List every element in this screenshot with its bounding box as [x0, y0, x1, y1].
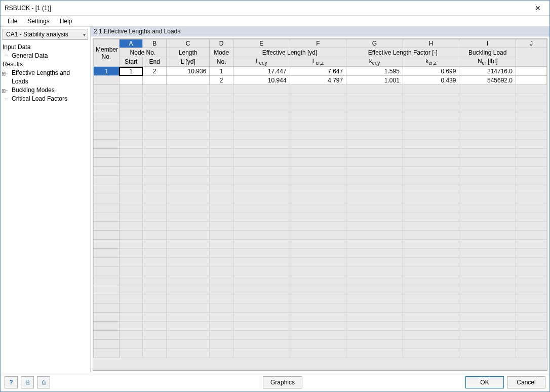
cell-empty — [290, 94, 346, 103]
col-lcry[interactable]: Lcr,y — [233, 57, 290, 67]
col-letter-J[interactable]: J — [516, 39, 547, 48]
cell-empty — [233, 294, 290, 303]
col-j-blank[interactable] — [516, 48, 547, 67]
col-length[interactable]: Length — [167, 48, 210, 57]
cell-empty — [210, 267, 233, 276]
cell-L[interactable] — [167, 76, 210, 85]
cell-blank[interactable] — [516, 76, 547, 85]
col-mode[interactable]: Mode — [210, 48, 233, 57]
cell-empty — [94, 285, 120, 294]
cell-kcrz[interactable]: 0.699 — [403, 67, 459, 76]
cell-empty — [119, 130, 143, 140]
col-letter-I[interactable]: I — [459, 39, 516, 48]
cell-ncr[interactable]: 545692.0 — [459, 76, 516, 85]
cell-kcrz[interactable]: 0.439 — [403, 76, 459, 85]
cell-empty — [516, 203, 547, 212]
export-button-1[interactable]: ⎘ — [21, 376, 34, 388]
row-header[interactable]: 1 — [94, 67, 120, 76]
col-buck-load[interactable]: Buckling Load — [459, 48, 516, 57]
col-lcrz[interactable]: Lcr,z — [290, 57, 346, 67]
cell-lcrz[interactable]: 4.797 — [290, 76, 346, 85]
col-letter-G[interactable]: G — [346, 39, 403, 48]
col-end[interactable]: End — [143, 57, 167, 67]
cell-end[interactable]: 2 — [143, 67, 167, 76]
cell-empty — [167, 185, 210, 194]
col-letter-C[interactable]: C — [167, 39, 210, 48]
cell-blank[interactable] — [516, 67, 547, 76]
results-grid-scroll[interactable]: Member No. A B C D E F G H I J — [93, 39, 547, 370]
export-icon: ⎘ — [26, 379, 29, 386]
cell-empty — [516, 112, 547, 121]
cell-empty — [210, 240, 233, 249]
menu-file[interactable]: File — [3, 17, 22, 26]
cell-empty — [516, 303, 547, 313]
graphics-button[interactable]: Graphics — [263, 376, 302, 388]
cell-empty — [94, 185, 120, 194]
table-row[interactable]: 1 1 2 10.936 1 17.447 7.647 1.595 0.699 … — [94, 67, 547, 76]
cell-empty — [403, 322, 459, 331]
cell-empty — [233, 167, 290, 176]
col-letter-B[interactable]: B — [143, 39, 167, 48]
col-eff-fac[interactable]: Effective Length Factor [-] — [346, 48, 459, 57]
cell-empty — [94, 212, 120, 222]
tree-critical-load-factors[interactable]: Critical Load Factors — [3, 95, 88, 103]
cell-empty — [403, 158, 459, 167]
tree-effective-lengths[interactable]: Effective Lengths and Loads — [3, 69, 88, 86]
col-letter-F[interactable]: F — [290, 39, 346, 48]
col-letter-E[interactable]: E — [233, 39, 290, 48]
cell-lcry[interactable]: 10.944 — [233, 76, 290, 85]
cell-empty — [346, 222, 403, 231]
tree-input-data[interactable]: Input Data — [3, 43, 88, 52]
col-letter-A[interactable]: A — [119, 39, 143, 48]
cell-empty — [346, 340, 403, 349]
col-member-no[interactable]: Member No. — [94, 39, 120, 67]
table-row-empty — [94, 331, 547, 340]
case-combo[interactable]: CA1 - Stability analysis ▾ — [3, 29, 88, 40]
cell-empty — [143, 176, 167, 185]
col-start[interactable]: Start — [119, 57, 143, 67]
cell-empty — [167, 222, 210, 231]
cell-mode[interactable]: 1 — [210, 67, 233, 76]
col-mode-no[interactable]: No. — [210, 57, 233, 67]
col-letter-D[interactable]: D — [210, 39, 233, 48]
cell-L[interactable]: 10.936 — [167, 67, 210, 76]
cell-ncr[interactable]: 214716.0 — [459, 67, 516, 76]
cell-empty — [143, 258, 167, 267]
cell-kcry[interactable]: 1.595 — [346, 67, 403, 76]
cell-start[interactable]: 1 — [119, 67, 143, 76]
menu-help[interactable]: Help — [55, 17, 77, 26]
cell-mode[interactable]: 2 — [210, 76, 233, 85]
cell-empty — [210, 331, 233, 340]
cell-lcrz[interactable]: 7.647 — [290, 67, 346, 76]
cell-empty — [233, 212, 290, 222]
cell-empty — [346, 121, 403, 130]
col-ncr[interactable]: Ncr [lbf] — [459, 57, 516, 67]
cell-start[interactable] — [119, 76, 143, 85]
ok-button[interactable]: OK — [465, 376, 504, 388]
cancel-button[interactable]: Cancel — [507, 376, 545, 388]
tree-buckling-modes[interactable]: Buckling Modes — [3, 86, 88, 95]
table-row[interactable]: 2 10.944 4.797 1.001 0.439 545692.0 — [94, 76, 547, 85]
col-kcrz[interactable]: kcr,z — [403, 57, 459, 67]
menu-settings[interactable]: Settings — [22, 17, 54, 26]
cell-end[interactable] — [143, 76, 167, 85]
cell-empty — [94, 194, 120, 203]
export-button-2[interactable]: ⎙ — [37, 376, 50, 388]
col-eff-len[interactable]: Effective Length [yd] — [233, 48, 346, 57]
row-header[interactable] — [94, 76, 120, 85]
col-kcry[interactable]: kcr,y — [346, 57, 403, 67]
col-letter-H[interactable]: H — [403, 39, 459, 48]
cell-empty — [119, 185, 143, 194]
results-grid[interactable]: Member No. A B C D E F G H I J — [93, 39, 547, 358]
cell-empty — [516, 276, 547, 285]
col-node-no[interactable]: Node No. — [119, 48, 166, 57]
tree-results[interactable]: Results — [3, 60, 88, 69]
close-button[interactable]: ✕ — [526, 1, 549, 16]
help-button[interactable]: ? — [5, 376, 18, 388]
cell-empty — [119, 103, 143, 112]
tree-general-data[interactable]: General Data — [3, 52, 88, 60]
col-length-u[interactable]: L [yd] — [167, 57, 210, 67]
cell-kcry[interactable]: 1.001 — [346, 76, 403, 85]
cell-lcry[interactable]: 17.447 — [233, 67, 290, 76]
table-row-empty — [94, 176, 547, 185]
